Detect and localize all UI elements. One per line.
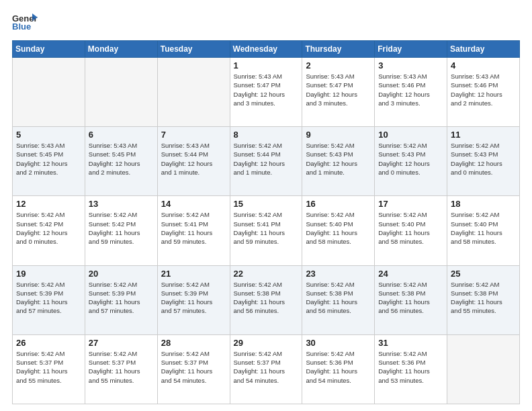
- day-number: 28: [161, 338, 226, 348]
- weekday-header: Monday: [85, 41, 157, 58]
- calendar-day-cell: 7Sunrise: 5:43 AM Sunset: 5:44 PM Daylig…: [157, 127, 230, 196]
- calendar-day-cell: 19Sunrise: 5:42 AM Sunset: 5:39 PM Dayli…: [13, 265, 85, 334]
- day-number: 1: [234, 60, 299, 71]
- header: General Blue: [12, 12, 520, 35]
- day-info: Sunrise: 5:42 AM Sunset: 5:43 PM Dayligh…: [451, 141, 516, 177]
- day-number: 4: [451, 60, 516, 71]
- day-info: Sunrise: 5:42 AM Sunset: 5:40 PM Dayligh…: [451, 210, 516, 246]
- calendar-day-cell: 18Sunrise: 5:42 AM Sunset: 5:40 PM Dayli…: [447, 196, 520, 265]
- day-info: Sunrise: 5:42 AM Sunset: 5:37 PM Dayligh…: [16, 349, 81, 385]
- day-info: Sunrise: 5:42 AM Sunset: 5:40 PM Dayligh…: [378, 210, 443, 246]
- calendar-day-cell: 31Sunrise: 5:42 AM Sunset: 5:36 PM Dayli…: [375, 334, 447, 404]
- day-number: 15: [234, 199, 299, 209]
- day-number: 14: [161, 199, 226, 209]
- calendar-day-cell: 28Sunrise: 5:42 AM Sunset: 5:37 PM Dayli…: [157, 334, 230, 404]
- day-info: Sunrise: 5:42 AM Sunset: 5:44 PM Dayligh…: [234, 141, 299, 177]
- day-info: Sunrise: 5:42 AM Sunset: 5:39 PM Dayligh…: [161, 280, 226, 316]
- calendar-day-cell: 24Sunrise: 5:42 AM Sunset: 5:38 PM Dayli…: [375, 265, 447, 334]
- svg-text:Blue: Blue: [12, 21, 31, 32]
- calendar-day-cell: 15Sunrise: 5:42 AM Sunset: 5:41 PM Dayli…: [230, 196, 302, 265]
- day-number: 10: [378, 130, 443, 140]
- calendar-day-cell: 25Sunrise: 5:42 AM Sunset: 5:38 PM Dayli…: [447, 265, 520, 334]
- day-number: 24: [378, 269, 443, 279]
- calendar-day-cell: 17Sunrise: 5:42 AM Sunset: 5:40 PM Dayli…: [375, 196, 447, 265]
- calendar-day-cell: 20Sunrise: 5:42 AM Sunset: 5:39 PM Dayli…: [85, 265, 157, 334]
- weekday-header: Saturday: [447, 41, 520, 58]
- calendar-day-cell: 16Sunrise: 5:42 AM Sunset: 5:40 PM Dayli…: [302, 196, 375, 265]
- calendar-week-row: 12Sunrise: 5:42 AM Sunset: 5:42 PM Dayli…: [13, 196, 520, 265]
- day-number: 29: [234, 338, 299, 348]
- day-number: 16: [306, 199, 371, 209]
- calendar-day-cell: 8Sunrise: 5:42 AM Sunset: 5:44 PM Daylig…: [230, 127, 302, 196]
- logo-icon: General Blue: [12, 12, 38, 35]
- day-number: 31: [378, 338, 443, 348]
- day-number: 23: [306, 269, 371, 279]
- day-info: Sunrise: 5:42 AM Sunset: 5:42 PM Dayligh…: [16, 210, 81, 246]
- calendar-day-cell: 14Sunrise: 5:42 AM Sunset: 5:41 PM Dayli…: [157, 196, 230, 265]
- day-info: Sunrise: 5:42 AM Sunset: 5:42 PM Dayligh…: [89, 210, 154, 246]
- day-number: 2: [306, 60, 371, 71]
- calendar-table: SundayMondayTuesdayWednesdayThursdayFrid…: [12, 40, 520, 404]
- calendar-week-row: 26Sunrise: 5:42 AM Sunset: 5:37 PM Dayli…: [13, 334, 520, 404]
- calendar-day-cell: [85, 58, 157, 127]
- day-number: 21: [161, 269, 226, 279]
- day-info: Sunrise: 5:42 AM Sunset: 5:43 PM Dayligh…: [306, 141, 371, 177]
- day-number: 26: [16, 338, 81, 348]
- day-number: 6: [89, 130, 154, 140]
- day-info: Sunrise: 5:42 AM Sunset: 5:43 PM Dayligh…: [378, 141, 443, 177]
- calendar-day-cell: 27Sunrise: 5:42 AM Sunset: 5:37 PM Dayli…: [85, 334, 157, 404]
- calendar-day-cell: 29Sunrise: 5:42 AM Sunset: 5:37 PM Dayli…: [230, 334, 302, 404]
- calendar-day-cell: 11Sunrise: 5:42 AM Sunset: 5:43 PM Dayli…: [447, 127, 520, 196]
- calendar-week-row: 5Sunrise: 5:43 AM Sunset: 5:45 PM Daylig…: [13, 127, 520, 196]
- calendar-day-cell: [13, 58, 85, 127]
- day-info: Sunrise: 5:42 AM Sunset: 5:41 PM Dayligh…: [234, 210, 299, 246]
- day-number: 7: [161, 130, 226, 140]
- day-info: Sunrise: 5:43 AM Sunset: 5:44 PM Dayligh…: [161, 141, 226, 177]
- calendar-day-cell: [447, 334, 520, 404]
- day-number: 13: [89, 199, 154, 209]
- calendar-day-cell: 6Sunrise: 5:43 AM Sunset: 5:45 PM Daylig…: [85, 127, 157, 196]
- weekday-header: Thursday: [302, 41, 375, 58]
- calendar-day-cell: 2Sunrise: 5:43 AM Sunset: 5:47 PM Daylig…: [302, 58, 375, 127]
- day-info: Sunrise: 5:42 AM Sunset: 5:37 PM Dayligh…: [161, 349, 226, 385]
- calendar-day-cell: 30Sunrise: 5:42 AM Sunset: 5:36 PM Dayli…: [302, 334, 375, 404]
- calendar-day-cell: 12Sunrise: 5:42 AM Sunset: 5:42 PM Dayli…: [13, 196, 85, 265]
- day-number: 30: [306, 338, 371, 348]
- day-number: 27: [89, 338, 154, 348]
- day-number: 3: [378, 60, 443, 71]
- day-info: Sunrise: 5:42 AM Sunset: 5:38 PM Dayligh…: [451, 280, 516, 316]
- day-info: Sunrise: 5:42 AM Sunset: 5:41 PM Dayligh…: [161, 210, 226, 246]
- day-info: Sunrise: 5:43 AM Sunset: 5:46 PM Dayligh…: [378, 72, 443, 107]
- weekday-header: Friday: [375, 41, 447, 58]
- day-info: Sunrise: 5:43 AM Sunset: 5:46 PM Dayligh…: [451, 72, 516, 107]
- calendar-week-row: 19Sunrise: 5:42 AM Sunset: 5:39 PM Dayli…: [13, 265, 520, 334]
- day-number: 5: [16, 130, 81, 140]
- day-number: 8: [234, 130, 299, 140]
- day-info: Sunrise: 5:42 AM Sunset: 5:37 PM Dayligh…: [89, 349, 154, 385]
- day-info: Sunrise: 5:42 AM Sunset: 5:38 PM Dayligh…: [234, 280, 299, 316]
- day-number: 9: [306, 130, 371, 140]
- calendar-week-row: 1Sunrise: 5:43 AM Sunset: 5:47 PM Daylig…: [13, 58, 520, 127]
- day-number: 25: [451, 269, 516, 279]
- day-info: Sunrise: 5:42 AM Sunset: 5:39 PM Dayligh…: [16, 280, 81, 316]
- calendar-day-cell: [157, 58, 230, 127]
- day-info: Sunrise: 5:43 AM Sunset: 5:47 PM Dayligh…: [234, 72, 299, 107]
- day-number: 17: [378, 199, 443, 209]
- calendar-day-cell: 5Sunrise: 5:43 AM Sunset: 5:45 PM Daylig…: [13, 127, 85, 196]
- calendar-day-cell: 3Sunrise: 5:43 AM Sunset: 5:46 PM Daylig…: [375, 58, 447, 127]
- weekday-header: Wednesday: [230, 41, 302, 58]
- day-info: Sunrise: 5:43 AM Sunset: 5:45 PM Dayligh…: [89, 141, 154, 177]
- day-info: Sunrise: 5:42 AM Sunset: 5:40 PM Dayligh…: [306, 210, 371, 246]
- day-number: 19: [16, 269, 81, 279]
- day-info: Sunrise: 5:42 AM Sunset: 5:38 PM Dayligh…: [378, 280, 443, 316]
- day-info: Sunrise: 5:42 AM Sunset: 5:39 PM Dayligh…: [89, 280, 154, 316]
- day-number: 20: [89, 269, 154, 279]
- calendar-day-cell: 9Sunrise: 5:42 AM Sunset: 5:43 PM Daylig…: [302, 127, 375, 196]
- day-info: Sunrise: 5:43 AM Sunset: 5:47 PM Dayligh…: [306, 72, 371, 107]
- calendar-day-cell: 23Sunrise: 5:42 AM Sunset: 5:38 PM Dayli…: [302, 265, 375, 334]
- day-info: Sunrise: 5:42 AM Sunset: 5:38 PM Dayligh…: [306, 280, 371, 316]
- day-info: Sunrise: 5:43 AM Sunset: 5:45 PM Dayligh…: [16, 141, 81, 177]
- day-info: Sunrise: 5:42 AM Sunset: 5:36 PM Dayligh…: [378, 349, 443, 385]
- day-info: Sunrise: 5:42 AM Sunset: 5:36 PM Dayligh…: [306, 349, 371, 385]
- calendar-day-cell: 1Sunrise: 5:43 AM Sunset: 5:47 PM Daylig…: [230, 58, 302, 127]
